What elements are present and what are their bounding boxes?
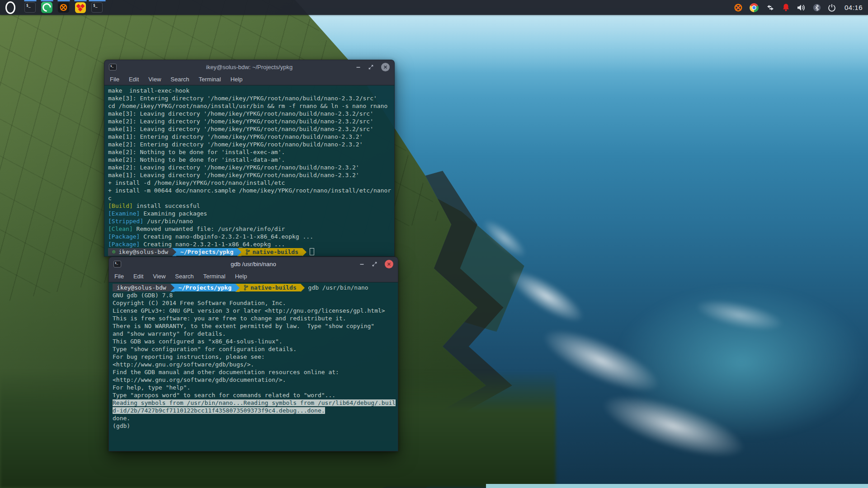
terminal-content[interactable]: ikey@solus-bdw~/Projects/ypkgnative-buil… [108,282,398,451]
terminal-line: [Examine] Examining packages [108,210,391,217]
menu-item-search[interactable]: Search [170,76,189,83]
terminal-line: cd /home/ikey/YPKG/root/nano/install/usr… [108,102,391,110]
tray-power[interactable] [828,4,836,12]
terminal-line: [Stripped] /usr/bin/nano [108,217,391,225]
launcher-terminal-1[interactable]: $_ [22,0,38,15]
menu-item-terminal[interactable]: Terminal [203,273,226,280]
terminal-line: <http://www.gnu.org/software/gdb/documen… [113,376,394,384]
minimize-button[interactable] [356,65,361,70]
tray-chrome[interactable] [750,3,759,12]
powerline-prompt: ⚙ikey@solus-bdw~/Projects/ypkgnative-bui… [108,248,307,256]
launcher-software-center[interactable] [38,0,55,15]
terminal-line: ⚙ikey@solus-bdw~/Projects/ypkgnative-bui… [108,248,391,256]
restore-button[interactable] [372,262,377,267]
menu-item-help[interactable]: Help [231,76,243,83]
terminal-line: make[1]: Entering directory '/home/ikey/… [108,133,391,141]
prompt-user-segment: ⚙ikey@solus-bdw [108,248,172,256]
menu-item-view[interactable]: View [153,273,165,280]
tray-volume[interactable] [797,4,806,12]
desktop: $_ $_ [0,0,868,488]
launcher-terminal-2[interactable]: $_ [89,0,105,15]
terminal-line: make[1]: Leaving directory '/home/ikey/Y… [108,171,391,179]
software-center-icon [41,2,52,13]
terminal-icon: $_ [113,261,121,267]
volume-icon [797,4,806,12]
network-icon [765,4,775,11]
tray-hexchat[interactable] [734,3,743,12]
restore-button[interactable] [368,65,373,70]
minimize-button[interactable] [359,262,364,267]
active-indicator [89,0,105,1]
hexchat-icon [58,2,69,13]
terminal-line: [Clean] Removed unwanted file: /usr/shar… [108,225,391,233]
menubar: FileEditViewSearchTerminalHelp [108,271,398,282]
powerline-prompt: ikey@solus-bdw~/Projects/ypkgnative-buil… [113,284,305,291]
window-title: gdb /usr/bin/nano [109,261,398,267]
launcher-hexchat[interactable] [55,0,72,15]
terminal-line: [Package] Creating nano-2.3.2-1-1-x86_64… [108,240,391,248]
terminal-line: + install -d /home/ikey/YPKG/root/nano/i… [108,179,391,187]
restore-icon [372,262,377,267]
terminal-line: Type "apropos word" to search for comman… [113,391,394,399]
terminal-icon: $_ [109,64,117,70]
terminal-line: and "show warranty" for details. [113,330,394,338]
feeds-icon [75,2,86,13]
active-indicator [41,0,53,1]
terminal-line: Copyright (C) 2014 Free Software Foundat… [113,299,394,307]
close-icon [385,260,393,268]
menu-item-file[interactable]: File [110,76,119,83]
minimize-icon [359,262,364,267]
terminal-content[interactable]: make install-exec-hookmake[3]: Entering … [104,85,395,257]
terminal-line: + install -m 00644 doc/nanorc.sample /ho… [108,187,391,194]
menu-item-edit[interactable]: Edit [129,76,139,83]
prompt-directory-segment: ~/Projects/ypkg [176,248,237,256]
tray-bluetooth[interactable] [813,4,821,12]
menu-item-view[interactable]: View [148,76,161,83]
menu-item-search[interactable]: Search [175,273,193,280]
terminal-line: make install-exec-hook [108,87,391,94]
git-branch-icon [244,285,248,291]
terminal-line: make[2]: Leaving directory '/home/ikey/Y… [108,164,391,171]
titlebar[interactable]: $_ gdb /usr/bin/nano [108,257,398,271]
menu-item-terminal[interactable]: Terminal [199,76,221,83]
terminal-line: make[2]: Leaving directory '/home/ikey/Y… [108,117,391,125]
menu-item-edit[interactable]: Edit [133,273,143,280]
hexchat-icon [734,3,743,12]
terminal-icon: $_ [91,2,103,13]
terminal-line: make[3]: Entering directory '/home/ikey/… [108,94,391,102]
menubar: FileEditViewSearchTerminalHelp [104,74,395,85]
close-button[interactable] [381,63,390,71]
wallpaper-foam [503,263,590,331]
terminal-line: make[2]: Nothing to be done for 'install… [108,156,391,164]
terminal-line: make[1]: Leaving directory '/home/ikey/Y… [108,125,391,133]
wallpaper-water-strip [486,484,868,488]
window-controls [356,63,390,71]
budgie-menu-button[interactable] [3,0,18,15]
window-controls [359,260,393,268]
menu-item-file[interactable]: File [114,273,124,280]
system-tray: 04:16 [734,3,868,12]
terminal-line: done. [113,414,394,422]
prompt-user-segment: ikey@solus-bdw [113,284,170,291]
tray-notifications[interactable] [782,3,790,12]
prompt-directory-segment: ~/Projects/ypkg [175,284,236,291]
launcher-feeds[interactable] [72,0,89,15]
top-panel: $_ $_ [0,0,868,15]
terminal-icon: $_ [24,2,36,13]
terminal-window-gdb: $_ gdb /usr/bin/nano FileEditViewSearchT… [108,257,398,451]
prompt-git-branch-segment: native-builds [241,248,302,256]
clock[interactable]: 04:16 [844,4,863,11]
menu-item-help[interactable]: Help [235,273,247,280]
titlebar[interactable]: $_ ikey@solus-bdw: ~/Projects/ypkg [104,60,395,74]
budgie-menu-icon [5,1,15,14]
terminal-line: Type "show configuration" for configurat… [113,345,394,353]
terminal-line: c [108,194,391,202]
close-button[interactable] [385,260,393,268]
tray-network[interactable] [765,4,775,11]
active-indicator [24,0,36,1]
terminal-cursor [310,248,314,255]
notifications-bell-icon [782,3,790,12]
terminal-line: [Package] Creating nano-dbginfo-2.3.2-1-… [108,233,391,240]
window-title: ikey@solus-bdw: ~/Projects/ypkg [104,64,394,70]
bluetooth-icon [813,4,821,12]
